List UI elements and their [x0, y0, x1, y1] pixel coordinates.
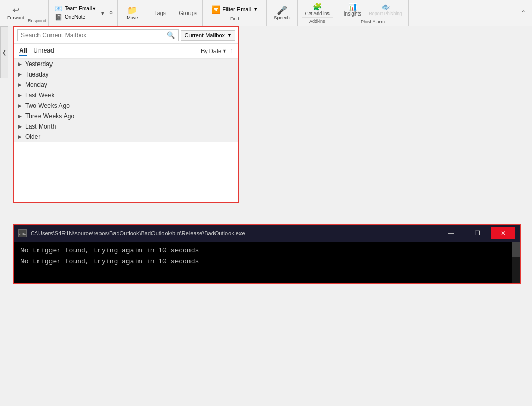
terminal-controls: — ❐ ✕	[439, 227, 515, 239]
mail-group-header[interactable]: ▶ Last Month	[14, 121, 238, 132]
terminal-scrollbar[interactable]	[512, 242, 520, 283]
mail-group: ▶ Three Weeks Ago	[14, 111, 238, 121]
speech-section: 🎤 Speech	[267, 0, 298, 26]
terminal-line-2: No trigger found, trying again in 10 sec…	[20, 257, 513, 268]
group-label: Tuesday	[25, 71, 49, 78]
quick-steps-section: 📧 Team Email ▼ 📓 OneNote ▼ ⚙	[49, 0, 118, 26]
mail-group: ▶ Last Month	[14, 121, 238, 132]
group-label: Yesterday	[25, 60, 53, 68]
mail-group: ▶ Last Week	[14, 90, 238, 100]
find-label: Find	[208, 15, 261, 21]
filter-dropdown[interactable]: ▼	[253, 7, 258, 12]
group-label: Monday	[25, 81, 47, 88]
ribbon-toolbar: ↩ Forward Respond 📧 Team Email ▼ 📓 OneNo…	[0, 0, 532, 26]
group-label: Last Month	[25, 123, 56, 130]
sort-direction-button[interactable]: ↑	[230, 47, 233, 55]
respond-section: ↩ Forward Respond	[2, 0, 49, 26]
terminal-title-text: C:\Users\S4R1N\source\repos\BadOutlook\B…	[31, 230, 245, 236]
mail-group: ▶ Tuesday	[14, 69, 238, 80]
phishalarm-section: 📊 Insights 🐟 Report Phishing PhishAlarm	[337, 0, 409, 26]
sort-dropdown-arrow[interactable]: ▼	[222, 48, 227, 54]
mail-list: ▶ Yesterday ▶ Tuesday ▶ Monday ▶ Last We…	[14, 59, 238, 194]
mail-group: ▶ Two Weeks Ago	[14, 100, 238, 111]
current-mailbox-dropdown[interactable]: Current Mailbox ▼	[181, 30, 235, 41]
group-expand-arrow: ▶	[18, 82, 22, 87]
forward-button[interactable]: ↩ Forward	[4, 1, 28, 24]
terminal-maximize-button[interactable]: ❐	[465, 227, 489, 239]
groups-label: Groups	[179, 10, 197, 16]
terminal-app-icon: cmd	[18, 229, 27, 237]
move-section: 📁 Move	[118, 0, 147, 26]
group-expand-arrow: ▶	[18, 61, 22, 67]
group-label: Two Weeks Ago	[25, 102, 70, 109]
terminal-minimize-button[interactable]: —	[439, 227, 463, 239]
tags-label: Tags	[154, 10, 166, 16]
groups-section: Groups	[173, 0, 203, 26]
move-icon: 📁	[127, 5, 137, 15]
tags-section: Tags	[147, 0, 173, 26]
quick-steps-expand[interactable]: ▼	[100, 9, 107, 17]
sort-controls: By Date ▼ ↑	[201, 47, 233, 55]
filter-icon: 🔽	[211, 5, 220, 14]
mail-group-header[interactable]: ▶ Older	[14, 132, 238, 142]
onenote-icon: 📓	[55, 14, 62, 21]
tab-unread[interactable]: Unread	[33, 46, 54, 56]
mail-group-header[interactable]: ▶ Tuesday	[14, 69, 238, 80]
collapse-icon: ❮	[2, 49, 6, 55]
collapse-panel-button[interactable]: ❮	[0, 26, 8, 78]
group-expand-arrow: ▶	[18, 72, 22, 77]
mailbox-dropdown-arrow: ▼	[227, 33, 232, 38]
search-wrapper: 🔍	[17, 29, 179, 41]
mail-group-header[interactable]: ▶ Last Week	[14, 90, 238, 100]
insights-button[interactable]: 📊 Insights	[341, 2, 363, 18]
onenote-button[interactable]: 📓 OneNote	[53, 13, 98, 21]
mail-group-header[interactable]: ▶ Three Weeks Ago	[14, 111, 238, 121]
ribbon-collapse-button[interactable]: ⌃	[521, 0, 530, 26]
phishalarm-label: PhishAlarm	[341, 18, 404, 24]
terminal-window: cmd C:\Users\S4R1N\source\repos\BadOutlo…	[13, 224, 521, 284]
group-expand-arrow: ▶	[18, 113, 22, 119]
speech-icon: 🎤	[277, 5, 287, 15]
quick-steps-settings[interactable]: ⚙	[109, 10, 113, 15]
search-input[interactable]	[21, 32, 164, 39]
mail-group: ▶ Yesterday	[14, 59, 238, 69]
filter-bar: All Unread By Date ▼ ↑	[14, 44, 238, 59]
speech-button[interactable]: 🎤 Speech	[271, 4, 293, 21]
team-email-dropdown[interactable]: ▼	[92, 6, 96, 11]
terminal-titlebar: cmd C:\Users\S4R1N\source\repos\BadOutlo…	[14, 225, 520, 242]
addins-icon: 🧩	[313, 3, 322, 11]
addins-label: Add-ins	[302, 17, 333, 24]
mail-group: ▶ Older	[14, 132, 238, 142]
mail-group: ▶ Monday	[14, 80, 238, 90]
terminal-body: No trigger found, trying again in 10 sec…	[14, 242, 520, 283]
insights-icon: 📊	[348, 3, 357, 11]
search-bar: 🔍 Current Mailbox ▼	[14, 27, 238, 44]
terminal-scrollbar-thumb[interactable]	[512, 242, 520, 257]
move-button[interactable]: 📁 Move	[122, 4, 143, 21]
group-expand-arrow: ▶	[18, 93, 22, 98]
team-email-button[interactable]: 📧 Team Email ▼	[53, 5, 98, 13]
mail-group-header[interactable]: ▶ Monday	[14, 80, 238, 90]
group-label: Last Week	[25, 92, 54, 99]
group-label: Older	[25, 133, 40, 141]
terminal-close-button[interactable]: ✕	[491, 227, 515, 239]
addins-section: 🧩 Get Add-ins Add-ins	[298, 0, 337, 26]
mail-group-header[interactable]: ▶ Two Weeks Ago	[14, 100, 238, 111]
phishing-icon: 🐟	[381, 3, 390, 11]
report-phishing-button[interactable]: 🐟 Report Phishing	[366, 2, 404, 17]
filter-tabs: All Unread	[19, 46, 54, 56]
forward-icon: ↩	[12, 5, 19, 15]
search-icon: 🔍	[167, 31, 175, 39]
find-section: 🔽 Filter Email ▼ Find	[203, 0, 267, 26]
group-label: Three Weeks Ago	[25, 112, 74, 120]
get-addins-button[interactable]: 🧩 Get Add-ins	[302, 2, 333, 17]
mail-group-header[interactable]: ▶ Yesterday	[14, 59, 238, 69]
tab-all[interactable]: All	[19, 46, 27, 56]
team-email-icon: 📧	[55, 5, 62, 12]
collapse-ribbon-icon: ⌃	[521, 9, 526, 17]
filter-email-button[interactable]: 🔽 Filter Email ▼	[208, 4, 261, 15]
terminal-line-1: No trigger found, trying again in 10 sec…	[20, 246, 513, 257]
group-expand-arrow: ▶	[18, 134, 22, 139]
group-expand-arrow: ▶	[18, 124, 22, 129]
sort-by-date-button[interactable]: By Date ▼	[201, 48, 227, 54]
